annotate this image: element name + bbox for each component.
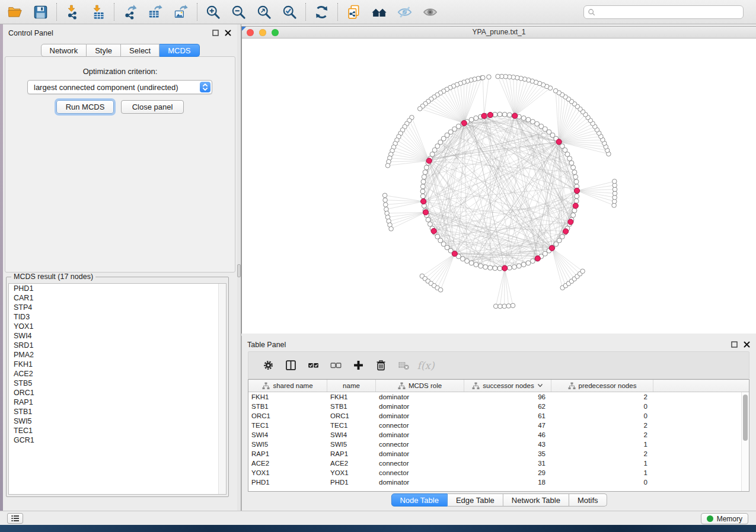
float-icon[interactable] — [731, 341, 738, 348]
refresh-button[interactable] — [309, 2, 334, 22]
select-all-checkboxes-button[interactable] — [302, 355, 324, 376]
vertical-splitter[interactable] — [237, 24, 241, 511]
delete-column-button[interactable] — [369, 355, 392, 376]
mcds-result-item[interactable]: SWI5 — [9, 416, 226, 426]
column-header-filler — [653, 380, 749, 392]
open-file-button[interactable] — [2, 2, 28, 22]
cell-shared_name: YOX1 — [248, 469, 327, 476]
cell-mcds_role: dominator — [376, 403, 464, 410]
export-network-button[interactable] — [117, 2, 143, 22]
tab-edge-table[interactable]: Edge Table — [448, 493, 503, 507]
memory-status-icon — [707, 515, 713, 522]
zoom-selected-button[interactable] — [277, 2, 302, 22]
mcds-result-item[interactable]: ACE2 — [9, 369, 226, 379]
mcds-result-item[interactable]: YOX1 — [9, 322, 226, 331]
zoom-fit-button[interactable] — [251, 2, 277, 22]
table-row[interactable]: STB1STB1dominator620 — [248, 402, 749, 411]
table-row[interactable]: ORC1ORC1dominator610 — [248, 411, 749, 421]
tab-select[interactable]: Select — [121, 44, 160, 57]
first-neighbors-icon — [371, 4, 387, 20]
network-canvas[interactable] — [242, 39, 756, 334]
export-image-button[interactable] — [168, 2, 194, 22]
import-table-button[interactable] — [85, 2, 111, 22]
mcds-result-item[interactable]: STB5 — [9, 379, 226, 388]
mcds-result-item[interactable]: RAP1 — [9, 398, 226, 407]
delete-table-icon — [397, 359, 410, 371]
show-all-button[interactable] — [417, 2, 443, 22]
tab-network[interactable]: Network — [40, 44, 87, 57]
memory-button[interactable]: Memory — [701, 513, 748, 524]
desktop-bottom-edge — [0, 525, 756, 532]
optimization-criterion-select[interactable]: largest connected component (undirected) — [27, 80, 212, 94]
mcds-result-item[interactable]: SRD1 — [9, 341, 226, 350]
table-panel: Table Panel f(x) shared namenameMCDS rol… — [241, 336, 756, 511]
show-columns-button[interactable] — [279, 355, 302, 376]
tab-style[interactable]: Style — [87, 44, 121, 57]
first-neighbors-button[interactable] — [366, 2, 392, 22]
zoom-out-button[interactable] — [226, 2, 251, 22]
mcds-result-item[interactable]: CAR1 — [9, 293, 226, 303]
close-panel-button[interactable]: Close panel — [121, 100, 184, 114]
mcds-result-item[interactable]: TID3 — [9, 312, 226, 322]
table-row[interactable]: RAP1RAP1dominator352 — [248, 449, 749, 459]
splitter-grip[interactable] — [237, 264, 241, 277]
scrollbar-thumb[interactable] — [743, 395, 748, 441]
run-mcds-button[interactable]: Run MCDS — [56, 100, 114, 114]
column-header-shared-name[interactable]: shared name — [248, 380, 327, 392]
column-header-MCDS-role[interactable]: MCDS role — [376, 380, 464, 392]
table-row[interactable]: SWI5SWI5connector431 — [248, 440, 749, 449]
copy-network-button[interactable] — [341, 2, 366, 22]
zoom-selected-icon — [282, 4, 298, 20]
settings-gear-button[interactable] — [257, 355, 279, 376]
table-row[interactable]: SWI4SWI4dominator462 — [248, 430, 749, 440]
table-row[interactable]: YOX1YOX1connector291 — [248, 468, 749, 477]
mcds-result-list[interactable]: PHD1CAR1STP4TID3YOX1SWI4SRD1PMA2FKH1ACE2… — [8, 283, 227, 495]
table-row[interactable]: PHD1PHD1dominator180 — [248, 477, 749, 487]
add-column-button[interactable] — [347, 355, 369, 376]
mcds-result-item[interactable]: TEC1 — [9, 426, 226, 435]
mcds-result-item[interactable]: STP4 — [9, 303, 226, 312]
cell-shared_name: SWI4 — [248, 431, 327, 438]
close-icon[interactable] — [744, 341, 750, 348]
network-window-titlebar[interactable]: YPA_prune.txt_1 — [242, 27, 756, 39]
mcds-result-item[interactable]: FKH1 — [9, 360, 226, 369]
table-scrollbar[interactable] — [741, 392, 749, 491]
table-row[interactable]: ACE2ACE2connector311 — [248, 459, 749, 468]
mcds-result-item[interactable]: PHD1 — [9, 284, 226, 293]
memory-button-label: Memory — [717, 515, 742, 523]
table-row[interactable]: FKH1FKH1dominator962 — [248, 392, 749, 402]
tab-motifs[interactable]: Motifs — [569, 493, 607, 507]
search-icon — [587, 8, 596, 17]
export-table-button[interactable] — [143, 2, 168, 22]
tab-node-table[interactable]: Node Table — [391, 493, 448, 507]
cell-successor_nodes: 62 — [464, 403, 551, 410]
tab-network-table[interactable]: Network Table — [503, 493, 569, 507]
save-session-button[interactable] — [28, 2, 53, 22]
mcds-result-item[interactable]: SWI4 — [9, 331, 226, 341]
search-box[interactable] — [583, 5, 744, 19]
cell-name: TEC1 — [327, 422, 376, 429]
mcds-result-item[interactable]: PMA2 — [9, 350, 226, 360]
search-input[interactable] — [599, 8, 740, 17]
close-icon[interactable] — [225, 30, 231, 36]
hide-selected-button[interactable] — [392, 2, 417, 22]
cell-name: YOX1 — [327, 469, 376, 476]
mcds-result-item[interactable]: STB1 — [9, 407, 226, 416]
deselect-all-checkboxes-button[interactable] — [324, 355, 347, 376]
import-network-button[interactable] — [60, 2, 85, 22]
mcds-list-scrollbar[interactable] — [218, 284, 226, 494]
float-icon[interactable] — [212, 30, 219, 36]
cell-predecessor_nodes: 2 — [551, 450, 653, 457]
table-row[interactable]: TEC1TEC1connector472 — [248, 421, 749, 430]
column-header-predecessor-nodes[interactable]: predecessor nodes — [551, 380, 653, 392]
column-header-name[interactable]: name — [327, 380, 376, 392]
mcds-result-item[interactable]: GCR1 — [9, 435, 226, 445]
cell-mcds_role: dominator — [376, 412, 464, 419]
mcds-result-item[interactable]: ORC1 — [9, 388, 226, 398]
column-header-successor-nodes[interactable]: successor nodes — [464, 380, 551, 392]
cell-shared_name: SWI5 — [248, 441, 327, 448]
console-button[interactable] — [7, 513, 23, 524]
refresh-icon — [314, 4, 330, 20]
tab-mcds[interactable]: MCDS — [160, 44, 199, 57]
zoom-in-button[interactable] — [200, 2, 226, 22]
